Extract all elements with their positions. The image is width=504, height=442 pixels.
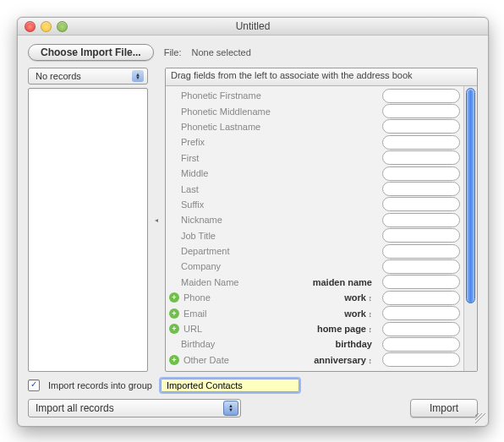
titlebar: Untitled [18, 18, 488, 35]
field-row[interactable]: +Phonework ↕ [181, 290, 460, 305]
field-row[interactable]: Department [181, 243, 460, 259]
records-popup-label: No records [36, 71, 81, 81]
field-association[interactable]: work ↕ [288, 308, 375, 319]
field-row[interactable]: +Emailwork ↕ [181, 305, 460, 320]
import-window: Untitled Choose Import File... File: Non… [17, 17, 489, 427]
chevron-updown-icon: ↕ [366, 357, 372, 365]
import-into-group-checkbox[interactable]: ✓ [28, 379, 40, 391]
field-label: Middle [181, 168, 282, 178]
field-row[interactable]: Last [181, 181, 460, 196]
field-value-slot[interactable] [382, 135, 460, 150]
scope-popup-label: Import all records [36, 402, 114, 414]
field-value-slot[interactable] [382, 182, 460, 196]
minimize-icon[interactable] [41, 21, 52, 32]
field-label: Birthday [181, 339, 282, 349]
field-mapping-list: Phonetic FirstnamePhonetic MiddlenamePho… [166, 86, 463, 371]
field-value-slot[interactable] [382, 228, 460, 243]
field-value-slot[interactable] [382, 166, 460, 181]
field-label: Phonetic Middlename [181, 106, 282, 117]
chevron-updown-icon: ↕ [366, 325, 372, 334]
field-label: Email [184, 308, 285, 319]
field-row[interactable]: Maiden Namemaiden name [181, 275, 460, 290]
field-label: Prefix [181, 137, 282, 147]
add-icon[interactable]: + [169, 308, 179, 319]
field-value-slot[interactable] [382, 291, 460, 305]
field-value-slot[interactable] [382, 119, 460, 134]
field-association: maiden name [286, 277, 375, 287]
field-label: Job Title [181, 231, 282, 241]
chevron-updown-icon: ↕ [366, 310, 372, 319]
file-value: None selected [191, 47, 250, 57]
scrollbar[interactable] [463, 86, 477, 371]
field-label: Last [181, 184, 282, 194]
field-label: Other Date [184, 355, 285, 365]
add-icon[interactable]: + [169, 324, 179, 334]
scope-popup[interactable]: Import all records ▲▼ [28, 399, 241, 417]
field-row[interactable]: +Other Dateanniversary ↕ [181, 352, 460, 368]
field-row[interactable]: Company [181, 259, 460, 274]
field-label: Nickname [181, 215, 282, 225]
chevron-updown-icon: ↕ [366, 294, 372, 303]
source-fields-list[interactable] [28, 88, 148, 372]
field-value-slot[interactable] [382, 275, 460, 289]
field-label: Suffix [181, 199, 282, 210]
divider-handle-icon: ◂ [155, 216, 158, 224]
field-value-slot[interactable] [382, 244, 460, 259]
field-label: Department [181, 246, 282, 256]
field-label: Maiden Name [181, 277, 282, 287]
chevron-updown-icon: ▲▼ [223, 401, 238, 416]
field-row[interactable]: Phonetic Firstname [181, 88, 460, 103]
field-value-slot[interactable] [382, 213, 460, 227]
mapping-header: Drag fields from the left to associate w… [166, 68, 477, 86]
field-row[interactable]: First [181, 150, 460, 166]
field-row[interactable]: Birthdaybirthday [181, 336, 460, 352]
resize-handle-icon[interactable] [475, 413, 485, 423]
field-value-slot[interactable] [382, 306, 460, 320]
window-title: Untitled [18, 20, 488, 32]
field-value-slot[interactable] [382, 337, 460, 352]
field-label: First [181, 153, 282, 163]
field-label: Phone [184, 292, 285, 303]
add-icon[interactable]: + [169, 292, 179, 303]
field-row[interactable]: Phonetic Middlename [181, 103, 460, 118]
field-label: Phonetic Firstname [181, 90, 282, 101]
import-into-group-label: Import records into group [48, 380, 152, 390]
records-popup[interactable]: No records ▲▼ [28, 68, 148, 85]
file-label: File: [164, 47, 182, 57]
field-value-slot[interactable] [382, 352, 460, 367]
add-icon[interactable]: + [169, 355, 179, 365]
close-icon[interactable] [25, 21, 36, 32]
field-value-slot[interactable] [382, 197, 460, 211]
field-association: birthday [286, 339, 375, 349]
field-label: URL [184, 324, 285, 334]
field-row[interactable]: Phonetic Lastname [181, 119, 460, 134]
field-value-slot[interactable] [382, 322, 460, 336]
field-label: Phonetic Lastname [181, 122, 282, 132]
choose-import-file-button[interactable]: Choose Import File... [28, 44, 154, 61]
field-value-slot[interactable] [382, 150, 460, 165]
import-button[interactable]: Import [410, 399, 478, 417]
field-value-slot[interactable] [382, 259, 460, 274]
scrollbar-thumb[interactable] [466, 88, 475, 303]
pane-divider[interactable]: ◂ [153, 68, 160, 372]
field-row[interactable]: Prefix [181, 134, 460, 150]
field-association[interactable]: anniversary ↕ [288, 355, 375, 365]
field-row[interactable]: Nickname [181, 212, 460, 227]
field-value-slot[interactable] [382, 104, 460, 118]
field-association[interactable]: home page ↕ [288, 324, 375, 334]
chevron-updown-icon: ▲▼ [132, 70, 144, 82]
field-association[interactable]: work ↕ [288, 292, 375, 303]
group-name-input[interactable] [161, 379, 299, 392]
field-row[interactable]: Job Title [181, 228, 460, 243]
field-label: Company [181, 261, 282, 271]
field-value-slot[interactable] [382, 89, 460, 103]
field-row[interactable]: Suffix [181, 197, 460, 212]
zoom-icon[interactable] [57, 21, 68, 32]
field-row[interactable]: +URLhome page ↕ [181, 321, 460, 336]
field-row[interactable]: Middle [181, 166, 460, 181]
